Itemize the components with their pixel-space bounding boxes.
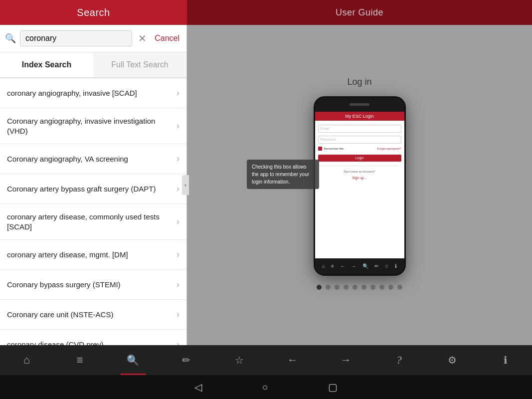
- chevron-right-icon: ›: [177, 309, 179, 320]
- phone-divider: [318, 166, 401, 166]
- left-panel: 🔍 ✕ Cancel Index Search Full Text Search…: [0, 25, 187, 345]
- back-icon: ←: [287, 354, 298, 367]
- search-icon: 🔍: [5, 33, 16, 44]
- phone-signup: Sign up...: [318, 176, 401, 180]
- nav-help[interactable]: ?: [372, 345, 426, 375]
- phone-star-icon: ☆: [384, 263, 389, 269]
- help-icon: ?: [396, 354, 402, 367]
- phone-edit-icon: ✏: [374, 263, 378, 269]
- content-area: 🔍 ✕ Cancel Index Search Full Text Search…: [0, 25, 532, 345]
- result-item[interactable]: coronary disease (CVD prev) ›: [0, 330, 186, 345]
- dot-3[interactable]: [335, 285, 340, 290]
- nav-back[interactable]: ←: [266, 345, 320, 375]
- phone-login-button: Login: [318, 155, 401, 162]
- result-item[interactable]: Coronary bypass surgery (STEMI) ›: [0, 270, 186, 300]
- dot-6[interactable]: [361, 285, 366, 290]
- phone-screen: My ESC Login Email Password Remember Me: [315, 112, 404, 258]
- dot-8[interactable]: [379, 285, 384, 290]
- forward-icon: →: [341, 354, 352, 367]
- phone-email-field: Email: [318, 125, 401, 133]
- info-icon: ℹ: [504, 354, 508, 366]
- chevron-right-icon: ›: [177, 339, 179, 345]
- ug-content: Log in My ESC Login Email Passwor: [187, 25, 532, 345]
- phone-top: [315, 98, 404, 112]
- dot-4[interactable]: [344, 285, 349, 290]
- search-title: Search: [77, 7, 110, 18]
- nav-home[interactable]: ⌂: [0, 345, 53, 375]
- search-nav-icon: 🔍: [127, 354, 139, 366]
- nav-bookmark[interactable]: ☆: [213, 345, 266, 375]
- result-item[interactable]: Coronary angiography, invasive investiga…: [0, 108, 186, 144]
- list-icon: ≡: [77, 354, 83, 367]
- phone-no-account: Don't have an Account?: [318, 170, 401, 173]
- dot-7[interactable]: [370, 285, 375, 290]
- nav-info[interactable]: ℹ: [479, 345, 532, 375]
- result-item[interactable]: coronary angiography, invasive [SCAD] ›: [0, 78, 186, 108]
- phone-screen-body: Email Password Remember Me Forgot passwo…: [315, 121, 404, 258]
- result-item[interactable]: coronary artery disease, commonly used t…: [0, 204, 186, 240]
- chevron-right-icon: ›: [177, 216, 179, 227]
- bookmark-icon: ☆: [235, 354, 244, 366]
- search-input[interactable]: [20, 30, 132, 46]
- system-home-button[interactable]: ○: [262, 382, 268, 393]
- phone-back-icon: ←: [340, 263, 345, 269]
- phone-forward-icon: →: [351, 263, 356, 269]
- chevron-right-icon: ›: [177, 184, 179, 194]
- phone-screen-header: My ESC Login: [315, 112, 404, 121]
- pagination-dots: [317, 285, 402, 290]
- nav-forward[interactable]: →: [319, 345, 372, 375]
- tab-fulltext-search[interactable]: Full Text Search: [93, 52, 186, 77]
- phone-home-icon: ⌂: [322, 263, 325, 269]
- right-panel: ‹ Log in My ESC Login Email: [187, 25, 532, 345]
- phone-tooltip: Checking this box allows the app to reme…: [247, 160, 319, 189]
- tab-index-search[interactable]: Index Search: [0, 52, 93, 77]
- chevron-right-icon: ›: [177, 249, 179, 260]
- system-nav: ◁ ○ ▢: [0, 375, 532, 399]
- phone-speaker: [350, 103, 369, 106]
- results-list: coronary angiography, invasive [SCAD] › …: [0, 78, 186, 345]
- tabs: Index Search Full Text Search: [0, 52, 186, 78]
- search-bar: 🔍 ✕ Cancel: [0, 25, 186, 52]
- system-recents-button[interactable]: ▢: [328, 381, 338, 393]
- nav-edit[interactable]: ✏: [160, 345, 213, 375]
- result-item[interactable]: Coronary angiography, VA screening ›: [0, 144, 186, 174]
- phone-password-field: Password: [318, 136, 401, 144]
- phone-remember-row: Remember Me Forgot password?: [318, 147, 401, 151]
- home-icon: ⌂: [23, 354, 30, 367]
- app-container: Search User Guide 🔍 ✕ Cancel Index Searc…: [0, 0, 532, 399]
- right-header: User Guide: [187, 0, 532, 25]
- bottom-nav: ⌂ ≡ 🔍 ✏ ☆ ← → ? ⚙ ℹ: [0, 345, 532, 375]
- phone-menu-icon: ≡: [331, 263, 334, 269]
- dot-5[interactable]: [353, 285, 357, 290]
- phone-mockup: My ESC Login Email Password Remember Me: [314, 96, 406, 276]
- result-item[interactable]: Coronary artery bypass graft surgery (DA…: [0, 174, 186, 204]
- settings-icon: ⚙: [448, 354, 457, 366]
- edit-icon: ✏: [182, 354, 190, 366]
- nav-list[interactable]: ≡: [53, 345, 107, 375]
- chevron-right-icon: ›: [177, 88, 179, 98]
- chevron-right-icon: ›: [177, 154, 179, 164]
- dot-9[interactable]: [388, 285, 393, 290]
- left-header: Search: [0, 0, 187, 25]
- phone-bottom-nav: ⌂ ≡ ← → 🔍 ✏ ☆ ℹ: [315, 258, 404, 274]
- result-item[interactable]: Coronary care unit (NSTE-ACS) ›: [0, 300, 186, 330]
- dot-10[interactable]: [397, 285, 402, 290]
- chevron-right-icon: ›: [177, 279, 179, 290]
- chevron-right-icon: ›: [177, 121, 179, 131]
- dot-2[interactable]: [326, 285, 331, 290]
- cancel-button[interactable]: Cancel: [153, 32, 181, 45]
- phone-remember-checkbox: [318, 147, 322, 151]
- result-item[interactable]: coronary artery disease, mgmt. [DM] ›: [0, 240, 186, 270]
- system-back-button[interactable]: ◁: [194, 381, 202, 393]
- phone-info-icon: ℹ: [395, 263, 397, 269]
- userguide-title: User Guide: [336, 7, 383, 18]
- nav-search[interactable]: 🔍: [106, 345, 160, 375]
- phone-search-icon: 🔍: [362, 263, 368, 269]
- top-bar: Search User Guide: [0, 0, 532, 25]
- nav-settings[interactable]: ⚙: [426, 345, 479, 375]
- clear-button[interactable]: ✕: [136, 30, 149, 46]
- dot-1[interactable]: [317, 285, 322, 290]
- log-in-label: Log in: [347, 77, 371, 87]
